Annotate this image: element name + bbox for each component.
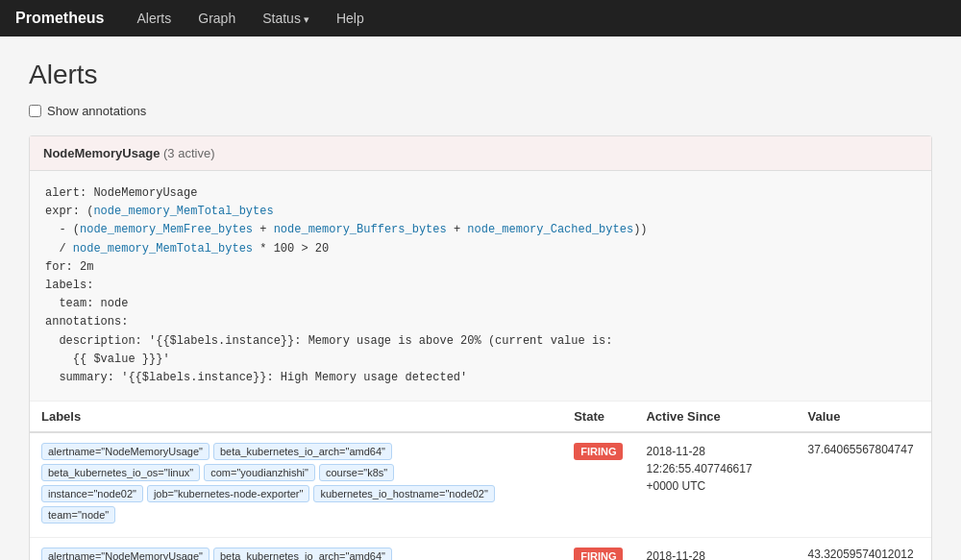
show-annotations-container[interactable]: Show annotations xyxy=(29,104,932,118)
labels-cell-1: alertname="NodeMemoryUsage" beta_kuberne… xyxy=(30,432,562,538)
code-line-4: / node_memory_MemTotal_bytes * 100 > 20 xyxy=(45,240,916,258)
code-line-1: alert: NodeMemoryUsage xyxy=(45,184,916,203)
label-tag[interactable]: alertname="NodeMemoryUsage" xyxy=(41,443,209,460)
label-tag[interactable]: beta_kubernetes_io_os="linux" xyxy=(41,464,200,481)
mem-free-link[interactable]: node_memory_MemFree_bytes xyxy=(80,223,253,236)
nav-item-help[interactable]: Help xyxy=(323,1,378,36)
labels-cell-2: alertname="NodeMemoryUsage" beta_kuberne… xyxy=(30,538,562,560)
th-value: Value xyxy=(796,402,931,432)
state-cell-1: FIRING xyxy=(562,432,634,538)
code-line-8: annotations: xyxy=(45,313,916,331)
mem-total-link-2[interactable]: node_memory_MemTotal_bytes xyxy=(73,242,253,256)
label-tag[interactable]: kubernetes_io_hostname="node02" xyxy=(313,485,494,502)
value-cell-2: 43.32059574012012 xyxy=(796,538,931,560)
label-tag[interactable]: course="k8s" xyxy=(319,464,394,481)
alert-table: Labels State Active Since Value alertnam… xyxy=(30,402,931,560)
label-tag[interactable]: com="youdianzhishi" xyxy=(204,464,315,481)
mem-cached-link[interactable]: node_memory_Cached_bytes xyxy=(467,223,633,236)
state-badge: FIRING xyxy=(574,443,623,460)
table-head: Labels State Active Since Value xyxy=(30,402,931,432)
label-tag[interactable]: instance="node02" xyxy=(41,485,143,502)
mem-buffers-link[interactable]: node_memory_Buffers_bytes xyxy=(274,223,447,236)
alert-group-header: NodeMemoryUsage (3 active) xyxy=(30,136,931,171)
alert-code-block: alert: NodeMemoryUsage expr: (node_memor… xyxy=(30,171,931,402)
alert-group-count: (3 active) xyxy=(163,146,214,160)
label-tag[interactable]: beta_kubernetes_io_arch="amd64" xyxy=(213,443,392,460)
nav-link-help[interactable]: Help xyxy=(323,1,378,36)
since-cell-1: 2018-11-2812:26:55.407746617+0000 UTC xyxy=(634,432,796,538)
label-tags-row1: alertname="NodeMemoryUsage" beta_kuberne… xyxy=(41,548,551,560)
table-header-row: Labels State Active Since Value xyxy=(30,402,931,432)
table-row: alertname="NodeMemoryUsage" beta_kuberne… xyxy=(30,432,931,538)
mem-total-link-1[interactable]: node_memory_MemTotal_bytes xyxy=(93,205,273,218)
label-tags-row1: alertname="NodeMemoryUsage" beta_kuberne… xyxy=(41,443,551,481)
th-labels: Labels xyxy=(30,402,562,432)
code-line-9: description: '{{$labels.instance}}: Memo… xyxy=(45,332,916,351)
nav-item-alerts[interactable]: Alerts xyxy=(123,1,185,36)
code-line-5: for: 2m xyxy=(45,258,916,277)
active-since-1: 2018-11-2812:26:55.407746617+0000 UTC xyxy=(646,443,784,495)
value-cell-1: 37.64065567804747 xyxy=(796,432,931,538)
label-tag[interactable]: team="node" xyxy=(41,506,115,523)
table-body: alertname="NodeMemoryUsage" beta_kuberne… xyxy=(30,432,931,560)
th-since: Active Since xyxy=(634,402,796,432)
state-badge: FIRING xyxy=(574,548,623,560)
nav-link-status[interactable]: Status xyxy=(249,1,323,36)
label-tag[interactable]: beta_kubernetes_io_arch="amd64" xyxy=(213,548,392,560)
code-line-3: - (node_memory_MemFree_bytes + node_memo… xyxy=(45,221,916,239)
th-state: State xyxy=(562,402,634,432)
page-title: Alerts xyxy=(29,60,932,90)
show-annotations-label[interactable]: Show annotations xyxy=(47,104,146,118)
nav-link-graph[interactable]: Graph xyxy=(185,1,249,36)
label-tag[interactable]: alertname="NodeMemoryUsage" xyxy=(41,548,209,560)
code-line-10: {{ $value }}}' xyxy=(45,351,916,369)
alert-group-name: NodeMemoryUsage xyxy=(43,146,160,160)
navbar: Prometheus Alerts Graph Status Help xyxy=(0,0,961,37)
navbar-brand[interactable]: Prometheus xyxy=(15,10,104,27)
show-annotations-checkbox[interactable] xyxy=(29,105,41,117)
label-tag[interactable]: job="kubernetes-node-exporter" xyxy=(147,485,310,502)
alert-group: NodeMemoryUsage (3 active) alert: NodeMe… xyxy=(29,135,932,560)
state-cell-2: FIRING xyxy=(562,538,634,560)
nav-link-alerts[interactable]: Alerts xyxy=(123,1,185,36)
nav-item-graph[interactable]: Graph xyxy=(185,1,249,36)
code-line-2: expr: (node_memory_MemTotal_bytes xyxy=(45,203,916,221)
label-tags-row2: instance="node02" job="kubernetes-node-e… xyxy=(41,485,551,523)
active-since-2: 2018-11-2812:26:55.407746617+0000 UTC xyxy=(646,548,784,560)
nav-item-status[interactable]: Status xyxy=(249,1,323,36)
code-line-7: team: node xyxy=(45,295,916,313)
code-line-6: labels: xyxy=(45,277,916,295)
table-row: alertname="NodeMemoryUsage" beta_kuberne… xyxy=(30,538,931,560)
main-content: Alerts Show annotations NodeMemoryUsage … xyxy=(0,37,961,560)
nav-list: Alerts Graph Status Help xyxy=(123,1,377,36)
since-cell-2: 2018-11-2812:26:55.407746617+0000 UTC xyxy=(634,538,796,560)
code-line-11: summary: '{{$labels.instance}}: High Mem… xyxy=(45,369,916,387)
